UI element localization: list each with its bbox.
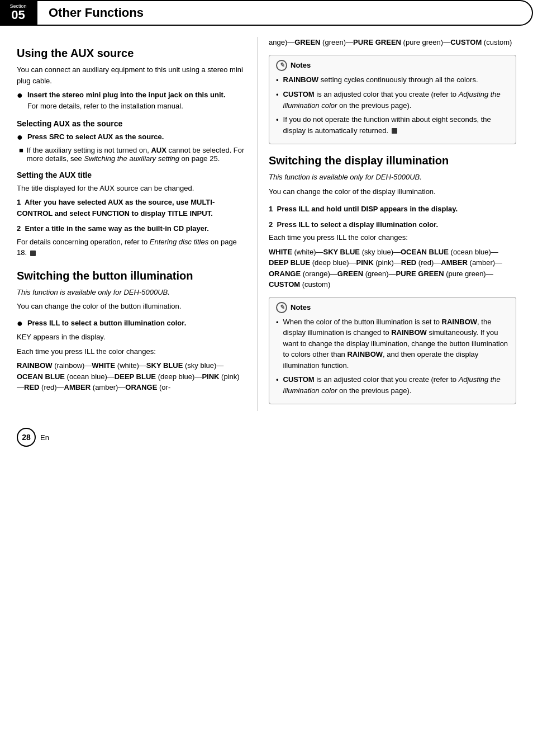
notes-display-illum: ✎ Notes • When the color of the button i…: [269, 297, 516, 405]
colors-continued: ange)—GREEN (green)—PURE GREEN (pure gre…: [269, 37, 516, 48]
display-illum-heading: Switching the display illumination: [269, 154, 516, 167]
note-custom-adjusted: • CUSTOM is an adjusted color that you c…: [276, 89, 509, 111]
insert-plug-heading: Insert the stereo mini plug into the inp…: [27, 91, 226, 99]
selecting-aux-heading: Selecting AUX as the source: [17, 119, 246, 128]
display-colors: WHITE (white)—SKY BLUE (sky blue)—OCEAN …: [269, 247, 516, 290]
header-title-box: Other Functions: [35, 0, 533, 26]
note-custom-display: • CUSTOM is an adjusted color that you c…: [276, 374, 509, 396]
display-step-2: 2 Press ILL to select a display illumina…: [269, 219, 516, 290]
page-footer: 28 En: [0, 422, 533, 458]
each-time-button: Each time you press ILL the color change…: [17, 346, 246, 357]
section-box: Section 05: [0, 0, 36, 26]
setting-aux-intro: The title displayed for the AUX source c…: [17, 183, 246, 194]
page-content: Using the AUX source You can connect an …: [0, 26, 533, 422]
bullet-dot-3: ●: [17, 318, 23, 330]
notes-display-label: Notes: [291, 303, 311, 311]
display-illum-italic-intro: This function is available only for DEH-…: [269, 172, 516, 183]
notes-button-list: • RAINBOW setting cycles continuously th…: [276, 74, 509, 136]
title-step-1: 1 After you have selected AUX as the sou…: [17, 197, 246, 219]
title-step-1-heading: 1 After you have selected AUX as the sou…: [17, 197, 246, 219]
notes-button-header: ✎ Notes: [276, 60, 509, 71]
stop-icon: [30, 251, 36, 256]
right-column: ange)—GREEN (green)—PURE GREEN (pure gre…: [257, 37, 533, 411]
notes-button-label: Notes: [291, 61, 311, 69]
display-step-1-heading: 1 Press ILL and hold until DISP appears …: [269, 204, 516, 215]
notes-display-list: • When the color of the button illuminat…: [276, 316, 509, 396]
button-illum-italic-intro: This function is available only for DEH-…: [17, 287, 246, 298]
button-illum-intro: You can change the color of the button i…: [17, 301, 246, 312]
page-number: 28: [22, 433, 31, 442]
title-step-2-heading: 2 Enter a title in the same way as the b…: [17, 223, 246, 234]
press-ill-button-heading: Press ILL to select a button illuminatio…: [27, 319, 186, 327]
press-ill-button-step: ● Press ILL to select a button illuminat…: [17, 318, 246, 330]
aux-source-intro: You can connect an auxiliary equipment t…: [17, 64, 246, 86]
insert-plug-step: ● Insert the stereo mini plug into the i…: [17, 89, 246, 111]
page-header: Section 05 Other Functions: [0, 0, 533, 26]
setting-aux-title-section: Setting the AUX title The title displaye…: [17, 171, 246, 258]
page-number-box: 28: [17, 428, 36, 447]
note-rainbow-cycles: • RAINBOW setting cycles continuously th…: [276, 74, 509, 86]
insert-plug-body: For more details, refer to the installat…: [27, 102, 183, 110]
title-step-2: 2 Enter a title in the same way as the b…: [17, 223, 246, 258]
bullet-dot: ●: [17, 89, 23, 102]
key-appears: KEY appears in the display.: [17, 332, 246, 343]
stop-icon-2: [392, 128, 397, 134]
setting-aux-heading: Setting the AUX title: [17, 171, 246, 179]
button-illum-heading: Switching the button illumination: [17, 270, 246, 282]
aux-note-text: If the auxiliary setting is not turned o…: [27, 146, 246, 163]
display-step-2-heading: 2 Press ILL to select a display illumina…: [269, 219, 516, 230]
notes-icon-2: ✎: [276, 302, 287, 313]
display-step-1: 1 Press ILL and hold until DISP appears …: [269, 204, 516, 215]
aux-note: ■ If the auxiliary setting is not turned…: [17, 146, 246, 163]
small-dash: ■: [19, 146, 23, 154]
note-eight-seconds: • If you do not operate the function wit…: [276, 114, 509, 136]
title-step-2-body: For details concerning operation, refer …: [17, 237, 246, 258]
aux-source-section: Using the AUX source You can connect an …: [17, 47, 246, 111]
display-step-2-body: Each time you press ILL the color change…: [269, 232, 516, 243]
selecting-aux-section: Selecting AUX as the source ● Press SRC …: [17, 119, 246, 163]
press-src-heading: Press SRC to select AUX as the source.: [27, 133, 164, 141]
button-illum-section: Switching the button illumination This f…: [17, 270, 246, 393]
notes-button-illum: ✎ Notes • RAINBOW setting cycles continu…: [269, 55, 516, 145]
section-number: 05: [11, 9, 25, 21]
left-column: Using the AUX source You can connect an …: [0, 37, 257, 411]
button-colors: RAINBOW (rainbow)—WHITE (white)—SKY BLUE…: [17, 360, 246, 393]
press-src-step: ● Press SRC to select AUX as the source.: [17, 131, 246, 144]
lang-label: En: [40, 433, 49, 442]
notes-icon: ✎: [276, 60, 287, 71]
notes-display-header: ✎ Notes: [276, 302, 509, 313]
display-illum-section: Switching the display illumination This …: [269, 154, 516, 290]
header-title: Other Functions: [49, 6, 144, 20]
aux-source-heading: Using the AUX source: [17, 47, 246, 60]
bullet-dot-2: ●: [17, 131, 23, 144]
note-rainbow-simultaneous: • When the color of the button illuminat…: [276, 316, 509, 371]
display-illum-intro: You can change the color of the display …: [269, 186, 516, 197]
